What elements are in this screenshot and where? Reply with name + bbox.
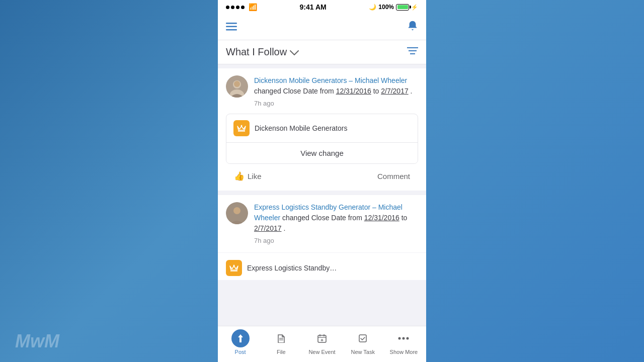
feed-item-1-period: . [411,87,413,95]
signal-dots [226,6,245,9]
feed-item-1-from-label: from [320,87,336,95]
feed-item-2: Express Logistics Standby Generator – Mi… [218,195,426,253]
battery-percent: 100% [378,4,394,11]
tab-post[interactable]: Post [220,329,261,355]
crown-icon [233,120,250,136]
moon-icon: 🌙 [369,4,376,11]
svg-point-12 [233,207,240,214]
status-bar-right: 🌙 100% ⚡ [369,4,418,11]
feed-item-2-to-date: 2/7/2017 [254,224,282,232]
svg-point-13 [233,265,235,266]
comment-label: Comment [377,172,410,180]
feed-card-1-header: Dickenson Mobile Generators [226,114,418,143]
status-time: 9:41 AM [300,3,327,11]
new-event-label: New Event [308,349,335,355]
signal-dot-2 [231,6,234,9]
post-icon [231,329,250,347]
battery-icon [396,4,409,11]
signal-dot-4 [241,6,245,9]
file-label: File [277,349,286,355]
feed-item-1-from-date: 12/31/2016 [336,87,371,95]
post-label: Post [235,349,246,355]
feed-item-2-header: Express Logistics Standby Generator – Mi… [226,202,418,246]
feed-card-1-title: Dickenson Mobile Generators [255,124,347,132]
svg-rect-1 [226,26,237,27]
view-change-button[interactable]: View change [226,143,418,163]
partial-card-text: Express Logistics Standby… [247,264,337,272]
status-bar-left: 📶 [226,3,257,11]
svg-point-10 [241,125,243,126]
nav-bar [218,14,426,40]
feed-item-2-action: changed Close Date [282,214,348,222]
tab-bar: Post File [218,326,426,362]
avatar-1 [226,75,248,98]
svg-marker-14 [238,334,243,342]
feed-title-dropdown[interactable]: What I Follow [226,46,299,58]
svg-point-26 [407,337,409,340]
feed-title: What I Follow [226,46,287,58]
partial-crown-icon [226,260,242,276]
new-event-icon [313,329,331,347]
content-area: What I Follow [218,40,426,326]
background: 📶 9:41 AM 🌙 100% ⚡ [0,0,644,362]
like-label: Like [248,172,262,180]
feed-item-1-action: changed Close Date [254,87,320,95]
feed-item-1-link[interactable]: Dickenson Mobile Generators – Michael Wh… [254,76,407,84]
like-button-1[interactable]: 👍 Like [234,169,262,184]
feed-item-2-from-date: 12/31/2016 [364,214,399,222]
partial-card: Express Logistics Standby… [218,253,426,280]
feed-header: What I Follow [218,40,426,64]
file-icon [272,329,290,347]
avatar-2 [226,202,248,224]
signal-dot-3 [236,6,239,9]
feed-item-2-from-label: from [348,214,364,222]
feed-card-1: Dickenson Mobile Generators View change [226,114,418,164]
signal-dot-1 [226,6,229,9]
new-task-icon [354,329,372,347]
tab-new-event[interactable]: New Event [301,329,342,355]
feed-item-1-to-date: 2/7/2017 [381,87,409,95]
svg-rect-0 [226,23,237,24]
wifi-icon: 📶 [249,3,257,11]
svg-point-24 [398,337,401,340]
feed-item-2-to-label: to [401,214,408,222]
tab-file[interactable]: File [261,329,301,355]
feed-item-2-text: Express Logistics Standby Generator – Mi… [254,202,418,246]
status-bar: 📶 9:41 AM 🌙 100% ⚡ [218,0,426,14]
hamburger-icon[interactable] [226,21,237,34]
feed-item-2-period: . [283,224,285,232]
feed-item-1-actions: 👍 Like Comment [226,164,418,184]
show-more-label: Show More [390,349,418,355]
feed-item-2-time: 7h ago [254,236,418,246]
tab-show-more[interactable]: Show More [383,329,424,355]
svg-rect-23 [359,335,366,342]
phone-frame: 📶 9:41 AM 🌙 100% ⚡ [218,0,426,362]
battery-fill [397,5,408,9]
separator-2 [218,191,426,195]
feed-item-1-to-label: to [373,87,381,95]
feed-item-1: Dickenson Mobile Generators – Michael Wh… [218,68,426,191]
bell-icon[interactable] [407,20,418,34]
watermark: MwM [15,331,59,352]
feed-item-1-time: 7h ago [254,99,418,109]
comment-button-1[interactable]: Comment [377,170,410,183]
svg-rect-2 [226,29,237,31]
svg-point-9 [234,81,240,87]
separator-1 [218,64,426,68]
new-task-label: New Task [351,349,374,355]
show-more-icon [394,329,413,347]
thumbs-up-icon: 👍 [234,171,245,182]
tab-new-task[interactable]: New Task [343,329,383,355]
filter-icon[interactable] [407,46,418,58]
feed-item-1-text: Dickenson Mobile Generators – Michael Wh… [254,75,418,109]
chevron-down-icon [290,47,299,58]
svg-point-25 [403,337,405,340]
feed-item-1-header: Dickenson Mobile Generators – Michael Wh… [226,75,418,109]
charging-icon: ⚡ [411,4,418,11]
